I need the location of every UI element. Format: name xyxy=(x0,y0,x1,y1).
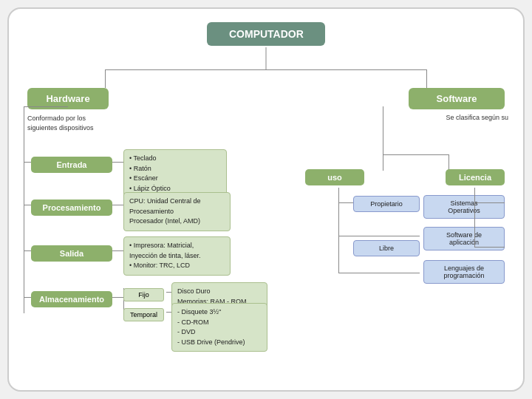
uso-h-lenguajes xyxy=(338,273,420,273)
root-h-line xyxy=(105,69,427,70)
lic-h-libre xyxy=(474,247,505,248)
salida-info-line xyxy=(112,250,123,251)
salida-node: Salida xyxy=(31,245,112,262)
root-line-right xyxy=(426,69,427,88)
temporal-label: Temporal xyxy=(123,308,164,321)
lenguajes-programacion-node: Lenguajes deprogramación xyxy=(423,260,505,284)
almacenamiento-node: Almacenamiento xyxy=(31,291,112,307)
sw-line-down xyxy=(383,106,383,154)
entrada-info-line xyxy=(112,162,123,163)
lic-v-bracket xyxy=(474,202,475,247)
procesamiento-node: Procesamiento xyxy=(31,200,112,216)
software-node: Software xyxy=(409,88,505,109)
sw-uso-vline xyxy=(383,154,383,171)
lic-h-prop xyxy=(474,202,505,203)
uso-v-bracket xyxy=(338,202,339,273)
uso-line-down xyxy=(338,188,339,202)
software-subtext: Se clasifica según su xyxy=(446,114,508,121)
uso-h-app xyxy=(338,236,420,236)
lic-line-down xyxy=(474,188,475,202)
hw-line-to-bracket xyxy=(24,106,68,107)
proc-info-line xyxy=(112,205,123,205)
libre-node: Libre xyxy=(353,240,420,256)
procesamiento-info: CPU: Unidad Central deProcesamientoProce… xyxy=(123,192,231,231)
sw-lic-vline xyxy=(449,154,449,171)
fijo-label: Fijo xyxy=(123,288,164,301)
sw-h-connector xyxy=(383,154,449,155)
hardware-subtext: Conformado por lossiguientes dispositivo… xyxy=(27,114,94,132)
root-line-left xyxy=(105,69,106,88)
almac-line xyxy=(112,297,123,298)
salida-info: • Impresora: Matricial,Inyección de tint… xyxy=(123,236,231,276)
uso-node: uso xyxy=(305,169,364,185)
root-line-down xyxy=(266,47,267,69)
licencia-node: Licencia xyxy=(446,169,505,185)
propietario-node: Propietario xyxy=(353,196,420,212)
hw-bracket-line xyxy=(24,106,24,313)
main-container: COMPUTADOR Hardware Conformado por lossi… xyxy=(7,7,525,392)
entrada-node: Entrada xyxy=(31,157,112,173)
root-node: COMPUTADOR xyxy=(207,22,325,46)
sistemas-operativos-node: SistemasOperativos xyxy=(423,195,505,219)
temporal-info: - Disquete 3½"- CD-ROM- DVD- USB Drive (… xyxy=(171,303,267,352)
